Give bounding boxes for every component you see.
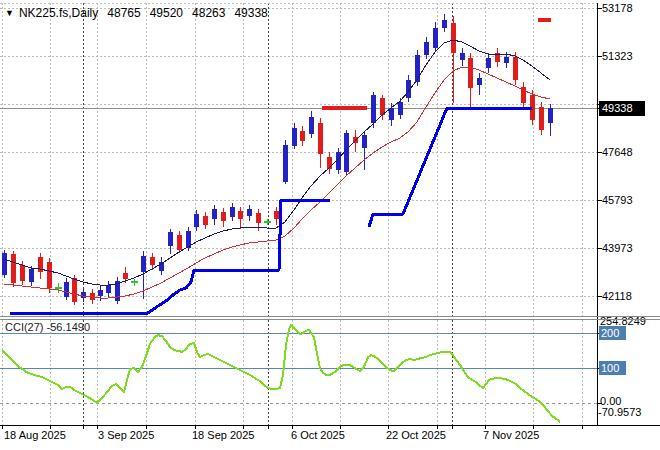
price-axis-label: 43973: [602, 242, 633, 255]
time-axis-label: 6 Oct 2025: [291, 429, 345, 441]
price-axis-label: 47648: [602, 146, 633, 159]
chart-canvas[interactable]: [0, 0, 660, 450]
price-axis-label: 51323: [602, 50, 633, 63]
symbol-period-label: NK225.fs,Daily: [19, 6, 98, 20]
chart-title-row: ▼NK225.fs,Daily48765495204826349338: [5, 6, 268, 20]
price-axis-label: 53178: [602, 2, 633, 15]
quote-low: 48263: [192, 6, 225, 20]
time-axis-label: 18 Sep 2025: [192, 429, 254, 441]
cci-level-200-badge: 200: [599, 326, 626, 340]
trading-chart-window: ▼NK225.fs,Daily48765495204826349338 5317…: [0, 0, 660, 450]
time-axis-label: 3 Sep 2025: [98, 429, 154, 441]
price-axis-label: 42118: [602, 290, 632, 303]
panel-separator[interactable]: [0, 316, 660, 317]
quote-open: 48765: [107, 6, 140, 20]
time-axis-label: 22 Oct 2025: [386, 429, 446, 441]
quote-close: 49338: [234, 6, 267, 20]
quote-high: 49520: [150, 6, 183, 20]
panel-separator-line: [0, 319, 660, 320]
time-axis-label: 18 Aug 2025: [4, 429, 66, 441]
price-axis-label: 45793: [602, 194, 633, 207]
time-axis-label: 7 Nov 2025: [483, 429, 539, 441]
symbol-dropdown-icon[interactable]: ▼: [5, 8, 14, 18]
cci-min-label: -70.9573: [598, 406, 641, 419]
indicator-name: CCI(27): [5, 321, 44, 333]
indicator-label: CCI(27) -56.1490: [5, 321, 90, 333]
indicator-value: -56.1490: [47, 321, 90, 333]
cci-level-100-badge: 100: [599, 361, 626, 375]
current-price-badge: 49338: [599, 101, 645, 116]
